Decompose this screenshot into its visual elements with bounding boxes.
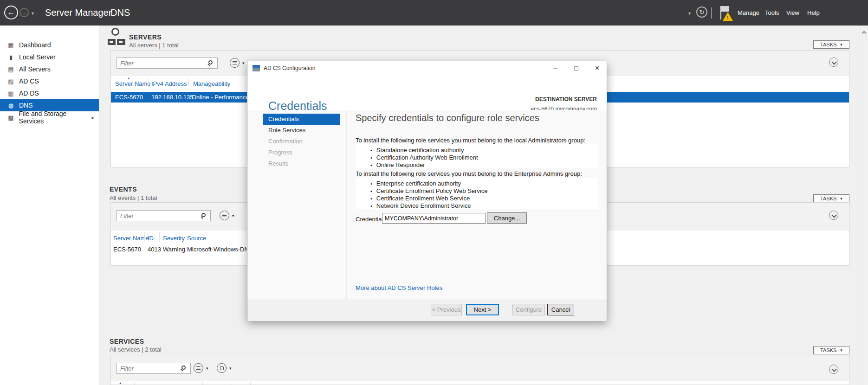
- search-icon: [208, 60, 213, 64]
- minimize-icon[interactable]: ─: [545, 61, 566, 75]
- refresh-icon[interactable]: ↻: [696, 6, 707, 18]
- column-ipv4-address[interactable]: IPv4 Address: [151, 80, 187, 87]
- caret-down-icon[interactable]: ▾: [206, 366, 208, 371]
- caret-down-icon[interactable]: ▾: [229, 366, 232, 371]
- sidebar-item-label: Local Server: [19, 53, 56, 61]
- breadcrumb-server-manager[interactable]: Server Manager: [45, 0, 111, 26]
- dialog-title: AD CS Configuration: [264, 61, 315, 75]
- nav-history-caret-icon[interactable]: ▾: [32, 11, 34, 16]
- services-panel-subtitle: All services | 2 total: [110, 346, 162, 353]
- sidebar-item-local-server[interactable]: ▮ Local Server: [0, 51, 99, 63]
- sidebar-item-label: All Servers: [19, 65, 51, 73]
- collapse-tile-icon[interactable]: [829, 58, 838, 67]
- destination-server-label: DESTINATION SERVER: [535, 96, 597, 103]
- events-tasks-button[interactable]: TASKS▾: [813, 194, 849, 203]
- ad-ds-icon: ▥: [6, 90, 15, 97]
- next-button[interactable]: Next >: [466, 304, 499, 315]
- column-severity[interactable]: Severity: [163, 235, 185, 242]
- menu-manage[interactable]: Manage: [738, 0, 759, 26]
- servers-saved-queries-button[interactable]: [230, 58, 240, 68]
- ad-cs-icon: ▨: [6, 78, 15, 85]
- scroll-up-icon[interactable]: [862, 31, 867, 36]
- column-server-name[interactable]: Server Name: [115, 80, 151, 87]
- wizard-step-credentials[interactable]: Credentials: [263, 114, 340, 125]
- servers-filter-input[interactable]: [117, 58, 218, 69]
- services-group-by-button[interactable]: [217, 363, 227, 373]
- close-icon[interactable]: ×: [587, 61, 608, 75]
- cell-server-name: ECS-5670: [115, 94, 143, 101]
- column-source[interactable]: Source: [187, 235, 206, 242]
- search-icon: [181, 366, 186, 370]
- services-panel-title: SERVICES: [110, 338, 144, 345]
- sidebar-item-label: File and Storage Services: [19, 110, 92, 125]
- sidebar-item-file-storage-services[interactable]: ▩ File and Storage Services ▸: [0, 111, 99, 123]
- role-item: Network Device Enrollment Service: [370, 202, 598, 210]
- wizard-step-progress: Progress: [263, 147, 340, 158]
- requirements-enterprise-admins-text: To install the following role services y…: [356, 170, 582, 177]
- list-icon: [233, 61, 237, 65]
- configure-button: Configure: [512, 304, 545, 315]
- search-icon: [201, 213, 206, 217]
- collapse-tile-icon[interactable]: [829, 365, 838, 374]
- events-saved-queries-button[interactable]: [220, 211, 229, 220]
- services-tasks-button[interactable]: TASKS▾: [813, 346, 849, 354]
- cancel-button[interactable]: Cancel: [547, 304, 574, 315]
- caret-down-icon[interactable]: ▾: [232, 213, 234, 218]
- more-about-link[interactable]: More about AD CS Server Roles: [356, 284, 442, 291]
- cell-severity: Warning: [163, 246, 185, 253]
- sidebar-item-ad-cs[interactable]: ▨ AD CS: [0, 75, 99, 87]
- forward-icon[interactable]: →: [19, 8, 29, 17]
- events-filter-input[interactable]: [117, 210, 211, 221]
- events-panel-title: EVENTS: [110, 186, 137, 193]
- column-server-name[interactable]: Server Name: [113, 235, 149, 242]
- disk-icon: [220, 366, 224, 370]
- sidebar-item-label: DNS: [19, 102, 33, 109]
- back-icon[interactable]: ←: [4, 6, 18, 19]
- column-id[interactable]: ID: [148, 235, 154, 242]
- role-item: Standalone certification authority: [370, 147, 598, 154]
- breadcrumb-separator-icon: ▸: [104, 0, 107, 26]
- caret-down-icon[interactable]: ▾: [242, 61, 245, 65]
- collapse-tile-icon[interactable]: [829, 211, 838, 220]
- all-servers-icon: ▤: [6, 66, 15, 73]
- wizard-step-results: Results: [263, 158, 340, 169]
- caret-down-icon: ▾: [840, 348, 842, 353]
- warning-exclaim-icon: !: [727, 15, 729, 20]
- sidebar-item-label: AD DS: [19, 90, 39, 97]
- servers-tasks-button[interactable]: TASKS▾: [813, 40, 849, 49]
- nav-divider: [346, 110, 347, 300]
- role-item: Certificate Enrollment Web Service: [370, 195, 598, 202]
- sidebar: ▦ Dashboard ▮ Local Server ▤ All Servers…: [0, 26, 99, 385]
- change-credentials-button[interactable]: Change...: [487, 212, 527, 224]
- local-server-icon: ▮: [6, 54, 15, 61]
- caret-down-icon: ▾: [840, 196, 842, 201]
- services-tile: ▾ ▾ ▴: [110, 355, 849, 385]
- column-manageability[interactable]: Manageability: [193, 80, 230, 87]
- dialog-title-bar[interactable]: AD CS Configuration ─ □ ×: [247, 61, 607, 75]
- vertical-scrollbar[interactable]: [860, 26, 868, 385]
- file-storage-icon: ▩: [6, 114, 15, 121]
- menu-help[interactable]: Help: [807, 0, 820, 26]
- notification-flag-icon[interactable]: [721, 6, 729, 12]
- maximize-icon[interactable]: □: [566, 61, 587, 75]
- servers-panel-title: SERVERS: [129, 33, 162, 41]
- sidebar-item-all-servers[interactable]: ▤ All Servers: [0, 63, 99, 75]
- sidebar-item-dashboard[interactable]: ▦ Dashboard: [0, 39, 99, 51]
- role-item: Certification Authority Web Enrollment: [370, 154, 598, 161]
- services-saved-queries-button[interactable]: [194, 363, 203, 373]
- wizard-heading: Specify credentials to configure role se…: [356, 113, 539, 123]
- services-filter-input[interactable]: [117, 363, 191, 374]
- sort-ascending-icon: ▴: [128, 76, 130, 80]
- previous-button: < Previous: [431, 304, 462, 315]
- credentials-field[interactable]: [382, 213, 486, 224]
- sidebar-item-ad-ds[interactable]: ▥ AD DS: [0, 87, 99, 99]
- notifications-caret-icon[interactable]: ▾: [688, 11, 691, 16]
- services-table-header: ▴: [111, 381, 849, 385]
- dashboard-icon: ▦: [6, 42, 15, 49]
- requirements-local-admins-text: To install the following role services y…: [356, 137, 585, 144]
- menu-view[interactable]: View: [786, 0, 799, 26]
- local-admins-role-list: Standalone certification authority Certi…: [356, 144, 598, 168]
- wizard-step-role-services[interactable]: Role Services: [263, 125, 340, 136]
- menu-tools[interactable]: Tools: [765, 0, 779, 26]
- sort-ascending-icon: ▴: [119, 381, 121, 385]
